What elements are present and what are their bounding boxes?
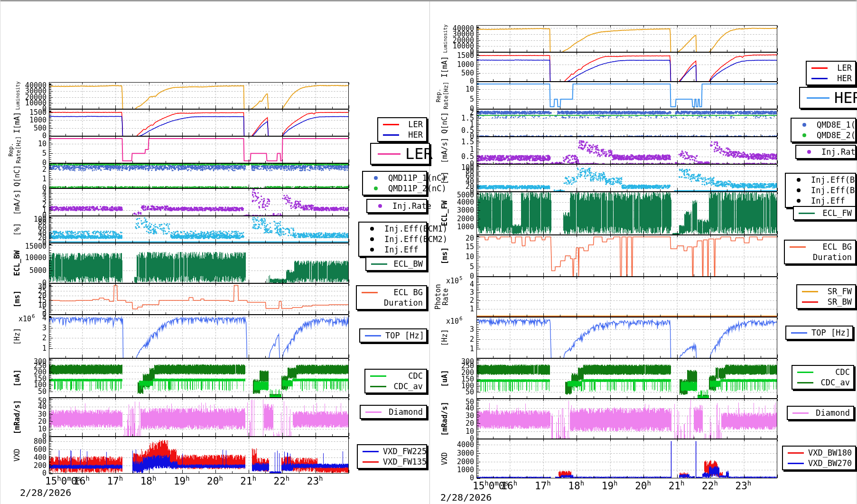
x-axis-label: 21h bbox=[240, 475, 256, 487]
legend-label: LER bbox=[401, 119, 423, 130]
legend-marker-line bbox=[376, 153, 402, 155]
legend-marker-line bbox=[796, 372, 815, 373]
legend-marker-line bbox=[810, 78, 829, 79]
legend-cdc: CDCCDC_av bbox=[364, 369, 427, 393]
legend-label: ECL BG bbox=[379, 287, 423, 298]
legend-marker-line bbox=[801, 301, 820, 303]
x-axis-label: 21h bbox=[669, 479, 685, 492]
legend-marker-line bbox=[364, 411, 383, 413]
legend-charge-entry: QMD11P_1(nC) bbox=[366, 173, 423, 183]
legend-marker-line bbox=[810, 67, 829, 69]
legend-rep-rate-ring-entry: HER bbox=[805, 89, 853, 107]
legend-rep-rate-ring: HER bbox=[799, 87, 857, 109]
x-axis-label: 22h bbox=[702, 479, 718, 492]
legend-ecl-bg-entry: ECL BG bbox=[360, 287, 423, 298]
legend-marker-line bbox=[369, 386, 388, 387]
legend-inj-rate: Inj.Rate bbox=[366, 199, 427, 213]
legend-label: LER bbox=[402, 145, 433, 163]
legend-i-beam-currents: LERHER bbox=[806, 61, 856, 85]
legend-diamond-entry: Diamond bbox=[791, 408, 850, 418]
legend-inj-eff: Inj.Eff(BCM1)Inj.Eff(BCM2)Inj.Eff bbox=[358, 222, 427, 257]
legend-inj-eff-entry: Inj.Eff(BCM2) bbox=[363, 234, 423, 244]
legend-label: VXD_FW225 bbox=[380, 446, 427, 457]
legend-label: Duration bbox=[807, 252, 852, 262]
legend-i-beam-currents-entry: HER bbox=[382, 130, 423, 140]
legend-label: VXD_BW180 bbox=[805, 448, 852, 458]
legend-inj-rate: Inj.Rate bbox=[795, 145, 856, 159]
legend-label: CDC bbox=[388, 371, 423, 381]
legend-vxd-entry: VXD_BW270 bbox=[786, 458, 852, 468]
legend-label: CDC_av bbox=[815, 377, 850, 388]
legend-marker-line bbox=[796, 382, 815, 383]
legend-marker-line bbox=[369, 375, 388, 377]
legend-top-entry: TOP [Hz] bbox=[363, 330, 423, 341]
left-date-label: 2/28/2026 bbox=[20, 487, 71, 498]
left-monitor-window: LERHERLERQMD11P_1(nC)QMD11P_2(nC)Inj.Rat… bbox=[0, 0, 429, 504]
legend-label: Inj.Eff(BCM2) bbox=[808, 185, 857, 196]
legend-top-entry: TOP [Hz] bbox=[790, 327, 849, 338]
legend-marker-line bbox=[363, 335, 382, 336]
beam-monitor-dashboard: LERHERLERQMD11P_1(nC)QMD11P_2(nC)Inj.Rat… bbox=[0, 0, 857, 504]
legend-marker-dot bbox=[789, 199, 808, 203]
legend-marker-line bbox=[801, 291, 820, 292]
legend-marker-dot bbox=[789, 188, 808, 192]
legend-charge: QMD8E_1(nC)QMD8E_2(nC) bbox=[791, 118, 856, 142]
x-axis-label: 16h bbox=[501, 479, 517, 492]
x-axis-label: 17h bbox=[535, 479, 551, 492]
legend-label: ECL BG bbox=[807, 242, 852, 252]
legend-marker-line bbox=[382, 124, 401, 125]
legend-ecl-bg-entry: ECL BG bbox=[788, 242, 852, 252]
legend-marker-dot bbox=[363, 237, 382, 241]
legend-ecl: ECL_BW bbox=[365, 257, 427, 271]
legend-label: Diamond bbox=[810, 408, 850, 418]
legend-marker-line bbox=[786, 463, 805, 464]
legend-vxd: VXD_BW180VXD_BW270 bbox=[782, 446, 856, 470]
legend-cdc-entry: CDC bbox=[796, 367, 850, 377]
legend-marker-line bbox=[788, 246, 807, 248]
legend-label: Inj.Eff bbox=[382, 244, 423, 255]
legend-i-beam-currents-entry: LER bbox=[382, 119, 423, 130]
x-axis-label: 23h bbox=[736, 479, 752, 492]
legend-marker-dot bbox=[789, 178, 808, 182]
legend-marker-line bbox=[361, 451, 380, 452]
x-axis-label: 18h bbox=[140, 475, 157, 487]
legend-label: Inj.Eff bbox=[808, 196, 852, 206]
legend-vxd-entry: VXD_FW225 bbox=[361, 446, 423, 457]
legend-inj-rate-entry: Inj.Rate bbox=[371, 201, 423, 211]
legend-label: HER bbox=[829, 73, 852, 84]
x-axis-label: 20h bbox=[207, 475, 223, 487]
legend-rep-rate-ring-entry: LER bbox=[376, 145, 424, 163]
legend-inj-rate-entry: Inj.Rate bbox=[800, 147, 852, 157]
legend-top: TOP [Hz] bbox=[785, 326, 853, 340]
x-axis-label: 19h bbox=[602, 479, 618, 492]
legend-marker-line bbox=[805, 97, 831, 99]
legend-cdc-entry: CDC_av bbox=[796, 377, 850, 388]
legend-ecl-bg-entry: Duration bbox=[788, 252, 852, 262]
legend-ecl-bg-entry: Duration bbox=[360, 298, 423, 308]
x-axis-label: 17h bbox=[107, 475, 123, 487]
right-monitor-window: LERHERHERQMD8E_1(nC)QMD8E_2(nC)Inj.RateI… bbox=[430, 0, 857, 504]
legend-label: VXD_FW135 bbox=[380, 457, 427, 467]
legend-label: TOP [Hz] bbox=[382, 330, 424, 341]
x-axis-label: 19h bbox=[174, 475, 190, 487]
legend-label: HER bbox=[831, 89, 857, 107]
legend-top: TOP [Hz] bbox=[359, 328, 427, 343]
legend-charge-entry: QMD8E_1(nC) bbox=[795, 120, 852, 130]
legend-marker-dot bbox=[371, 204, 390, 208]
legend-marker-line bbox=[370, 263, 389, 265]
legend-inj-eff: Inj.Eff(BCM1)Inj.Eff(BCM2)Inj.Eff bbox=[785, 173, 856, 208]
legend-inj-eff-entry: Inj.Eff(BCM1) bbox=[789, 175, 852, 185]
legend-label: Inj.Eff(BCM1) bbox=[808, 175, 857, 185]
legend-marker-dot bbox=[366, 187, 385, 190]
legend-label: Diamond bbox=[383, 407, 423, 417]
legend-i-beam-currents: LERHER bbox=[377, 117, 427, 142]
legend-charge-entry: QMD8E_2(nC) bbox=[795, 130, 852, 140]
legend-diamond: Diamond bbox=[360, 405, 427, 419]
legend-marker-line bbox=[360, 292, 379, 293]
legend-label: Inj.Rate bbox=[819, 147, 857, 157]
legend-label: CDC bbox=[815, 367, 850, 377]
legend-marker-dot bbox=[363, 227, 382, 231]
legend-vxd-entry: VXD_FW135 bbox=[361, 457, 423, 467]
legend-label: Inj.Rate bbox=[390, 201, 431, 211]
legend-label: ECL_FW bbox=[816, 208, 852, 218]
